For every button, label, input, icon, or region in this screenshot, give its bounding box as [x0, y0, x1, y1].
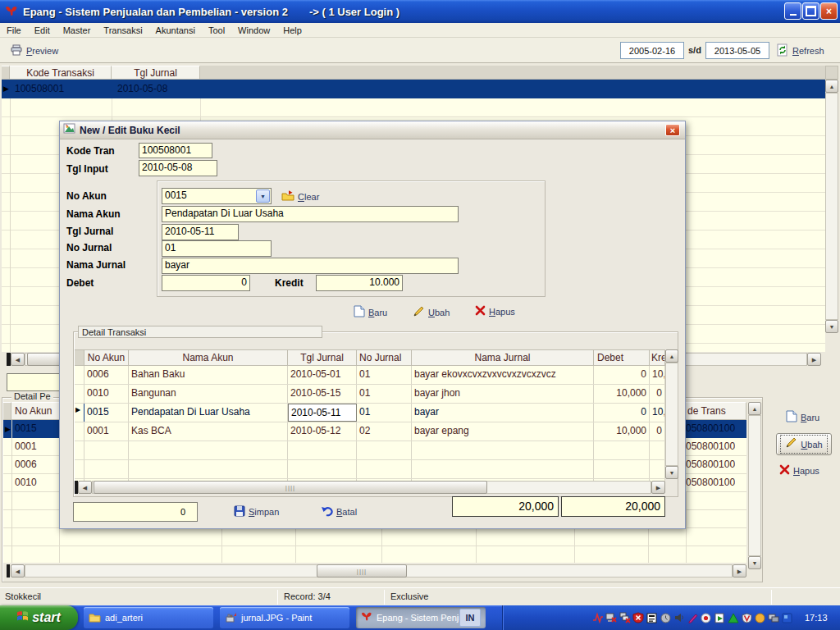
menu-tool[interactable]: Tool	[202, 24, 231, 37]
hapus-button[interactable]: Hapus	[475, 305, 515, 317]
vertical-scrollbar-track[interactable]	[748, 415, 761, 556]
network-offline-icon[interactable]	[605, 612, 618, 624]
cell-nama-akun: Bangunan	[129, 385, 288, 403]
scroll-down-button[interactable]: ▼	[825, 320, 838, 333]
ubah-button[interactable]: Ubah	[776, 433, 832, 455]
menu-akuntansi[interactable]: Akuntansi	[149, 24, 202, 37]
media-doc-icon[interactable]	[714, 612, 726, 624]
clock[interactable]: 17:13	[805, 613, 828, 623]
language-indicator[interactable]: IN	[459, 609, 481, 627]
menu-master[interactable]: Master	[57, 24, 98, 37]
record-dot-icon[interactable]	[700, 612, 712, 624]
scroll-up-button[interactable]: ▲	[825, 80, 838, 93]
batal-button[interactable]: Batal	[321, 505, 357, 518]
kode-tran-field[interactable]: 100508001	[139, 143, 212, 158]
table-row[interactable]: 0001 Kas BCA 2010-05-12 02 bayar epang 1…	[75, 422, 665, 441]
baru-button[interactable]: Baru	[786, 410, 819, 424]
minimize-button[interactable]	[784, 2, 801, 20]
maximize-button[interactable]	[802, 2, 819, 20]
activity-monitor-icon[interactable]	[591, 612, 604, 624]
start-button[interactable]: start	[0, 605, 78, 630]
column-header-no-akun[interactable]: No Akun	[84, 349, 129, 366]
menu-file[interactable]: File	[0, 24, 28, 37]
scroll-left-button[interactable]: ◀	[78, 481, 92, 494]
column-header-tgl-jurnal[interactable]: Tgl Jurnal	[288, 349, 357, 366]
menu-transaksi[interactable]: Transaksi	[97, 24, 148, 37]
no-jurnal-field[interactable]: 01	[162, 240, 272, 257]
no-akun-combobox[interactable]: 0015 ▼	[162, 188, 272, 204]
cell-kode-trans: 050800100	[686, 441, 735, 452]
security-alert-icon[interactable]	[632, 612, 645, 624]
scroll-left-button[interactable]: ◀	[11, 564, 25, 578]
table-row-selected[interactable]: ▶ 0015 Pendapatan Di Luar Usaha 2010-05-…	[75, 404, 665, 422]
grid-corner	[75, 349, 84, 366]
dialog-close-icon[interactable]: ×	[665, 124, 680, 136]
table-row[interactable]: 0010 Bangunan 2010-05-15 01 bayar jhon 1…	[75, 385, 665, 404]
scroll-left-button[interactable]: ◀	[11, 353, 25, 366]
blue-app-icon[interactable]	[781, 612, 793, 624]
date-to-input[interactable]: 2013-05-05	[705, 42, 769, 59]
column-header-kode-trans[interactable]: de Trans	[686, 402, 746, 420]
horizontal-scrollbar-track[interactable]: ||||	[92, 481, 651, 494]
kredit-field[interactable]: 10.000	[316, 275, 403, 291]
clear-button[interactable]: Clear	[281, 189, 319, 204]
column-header-debet[interactable]: Debet	[594, 349, 650, 366]
taskbar-item-paint[interactable]: jurnal.JPG - Paint	[220, 607, 349, 628]
chevron-down-icon[interactable]: ▼	[256, 189, 270, 203]
column-header-kredit[interactable]: Kredit	[650, 349, 665, 366]
nama-akun-field[interactable]: Pendapatan Di Luar Usaha	[162, 206, 459, 222]
dual-monitor-icon[interactable]	[768, 612, 780, 624]
splitter-handle[interactable]	[7, 564, 10, 578]
column-header-kode-transaksi[interactable]: Kode Transaksi	[10, 66, 112, 80]
refresh-button[interactable]: Refresh	[776, 43, 824, 58]
scroll-down-button[interactable]: ▼	[748, 556, 761, 569]
gridline	[10, 98, 11, 352]
debet-field[interactable]: 0	[162, 275, 250, 291]
tgl-jurnal-field[interactable]: 2010-05-11	[162, 224, 239, 240]
taskbar-item-folder[interactable]: adi_arteri	[84, 607, 213, 628]
close-button[interactable]: ×	[820, 2, 838, 20]
cell-tgl-jurnal-editing[interactable]: 2010-05-11	[288, 404, 357, 422]
simpan-button[interactable]: Simpan	[234, 505, 279, 518]
gray-clock-icon[interactable]	[660, 612, 672, 624]
document-bw-icon[interactable]	[646, 612, 658, 624]
date-range-separator: s/d	[688, 45, 701, 55]
horizontal-scrollbar-track[interactable]: ||||	[25, 564, 733, 578]
cell-no-akun: 0006	[15, 459, 37, 470]
column-header-tgl-jurnal[interactable]: Tgl Jurnal	[112, 66, 200, 80]
menu-edit[interactable]: Edit	[28, 24, 57, 37]
nama-jurnal-field[interactable]: bayar	[162, 258, 459, 274]
column-header-nama-akun[interactable]: Nama Akun	[129, 349, 288, 366]
scroll-right-button[interactable]: ▶	[733, 564, 746, 578]
scroll-up-button[interactable]: ▲	[665, 349, 678, 363]
volume-icon[interactable]	[673, 612, 685, 624]
menubar: File Edit Master Transaksi Akuntansi Too…	[0, 23, 840, 38]
scroll-right-button[interactable]: ▶	[651, 481, 665, 494]
scrollbar-thumb[interactable]: ||||	[317, 564, 407, 578]
vertical-scrollbar-track[interactable]	[665, 363, 678, 466]
hapus-button[interactable]: Hapus	[779, 464, 819, 477]
scroll-right-button[interactable]: ▶	[807, 353, 821, 366]
date-from-input[interactable]: 2005-02-16	[620, 42, 684, 59]
green-triangle-icon[interactable]	[727, 612, 739, 624]
orange-ball-icon[interactable]	[754, 612, 766, 624]
baru-button[interactable]: Baru	[354, 305, 387, 319]
no-jurnal-label: No Jurnal	[66, 242, 112, 253]
preview-button[interactable]: Preview	[10, 43, 58, 58]
menu-help[interactable]: Help	[276, 24, 308, 37]
scroll-down-button[interactable]: ▼	[665, 466, 678, 479]
network-error-icon[interactable]	[619, 612, 631, 624]
column-header-no-jurnal[interactable]: No Jurnal	[357, 349, 412, 366]
selected-transaction-row[interactable]: ▶ 100508001 2010-05-08	[2, 80, 825, 98]
scroll-up-button[interactable]: ▲	[748, 402, 761, 415]
scrollbar-thumb[interactable]: ||||	[94, 481, 487, 494]
menu-window[interactable]: Window	[231, 24, 276, 37]
vertical-scrollbar-track[interactable]	[825, 93, 838, 320]
antivirus-shield-icon[interactable]	[741, 612, 753, 624]
column-header-nama-jurnal[interactable]: Nama Jurnal	[412, 349, 594, 366]
pen-icon[interactable]	[687, 612, 699, 624]
tgl-input-field[interactable]: 2010-05-08	[139, 160, 217, 176]
table-row[interactable]: 0006 Bahan Baku 2010-05-01 01 bayar ekov…	[75, 366, 665, 385]
ubah-button[interactable]: Ubah	[413, 305, 450, 319]
footer-counter-field[interactable]: 0	[73, 502, 198, 522]
